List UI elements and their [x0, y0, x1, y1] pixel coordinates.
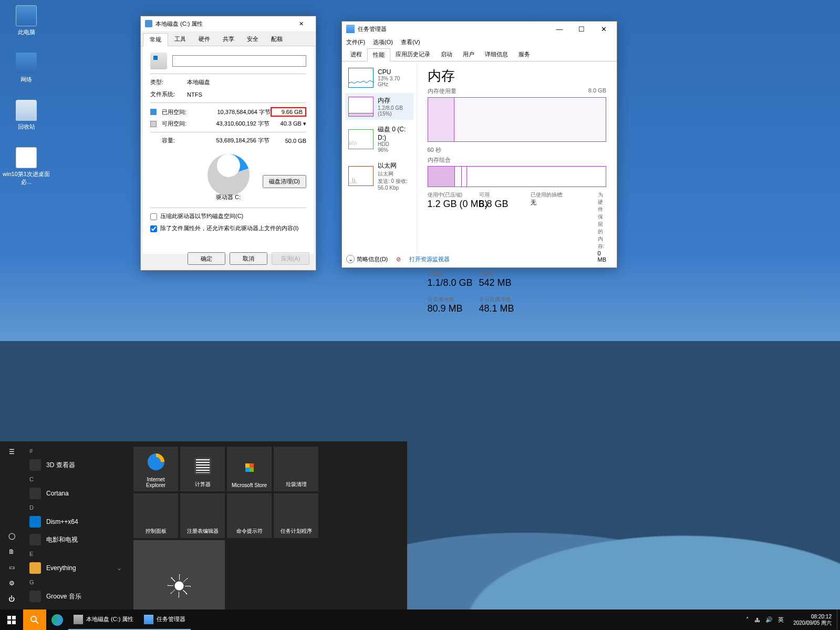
user-icon[interactable]: ◯: [6, 531, 17, 541]
titlebar[interactable]: 任务管理器 — ☐ ✕: [342, 22, 617, 36]
network-tray-icon[interactable]: 🖧: [754, 617, 760, 623]
resource-monitor-link[interactable]: 打开资源监视器: [409, 255, 450, 263]
filesystem-value: NTFS: [187, 91, 202, 98]
desktop-icon-textfile[interactable]: win10第1次进桌面必...: [3, 147, 50, 186]
sidebar-memory[interactable]: 内存1.2/8.0 GB (15%): [345, 93, 413, 120]
app-letter-header[interactable]: C: [23, 474, 128, 484]
taskmgr-icon: [346, 25, 355, 33]
taskbar-clock[interactable]: 08:20:12 2020/09/05 周六: [788, 614, 837, 626]
app-list-item[interactable]: Groove 音乐: [23, 587, 128, 605]
tab-security[interactable]: 安全: [241, 33, 265, 46]
tab-startup[interactable]: 启动: [435, 48, 458, 61]
app-letter-header[interactable]: #: [23, 446, 128, 456]
stat-paged-pool: 80.9 MB: [428, 303, 475, 314]
used-space-color: [150, 109, 157, 115]
start-button[interactable]: [0, 610, 23, 630]
tab-quota[interactable]: 配额: [265, 33, 289, 46]
start-tile[interactable]: 注册表编辑器: [180, 493, 225, 538]
tile-label: 注册表编辑器: [187, 528, 219, 535]
compress-label: 压缩此驱动器以节约磁盘空间(C): [160, 212, 243, 220]
sidebar-cpu[interactable]: CPU13% 3.70 GHz: [345, 65, 413, 91]
show-desktop-button[interactable]: [837, 610, 840, 630]
start-apps-list[interactable]: #3D 查看器CCortanaDDism++x64电影和电视EEverythin…: [23, 441, 128, 610]
app-list-item[interactable]: Everything⌄: [23, 559, 128, 577]
svg-rect-0: [7, 616, 11, 619]
start-tile[interactable]: 垃圾清理: [274, 447, 318, 491]
apply-button[interactable]: 应用(A): [272, 252, 309, 265]
stat-committed: 1.1/8.0 GB: [428, 277, 475, 288]
cancel-button[interactable]: 取消: [230, 252, 267, 265]
tab-details[interactable]: 详细信息: [480, 48, 513, 61]
tray-chevron-icon[interactable]: ˄: [746, 616, 749, 623]
app-letter-header[interactable]: D: [23, 502, 128, 513]
disk-cleanup-button[interactable]: 磁盘清理(D): [263, 175, 306, 188]
tab-hardware[interactable]: 硬件: [192, 33, 216, 46]
power-icon[interactable]: ⏻: [6, 594, 17, 604]
usage-label: 内存使用量: [428, 87, 457, 95]
minimize-button[interactable]: —: [548, 25, 571, 33]
start-tile[interactable]: Internet Explorer: [133, 447, 178, 491]
menu-file[interactable]: 文件(F): [346, 39, 365, 45]
settings-icon[interactable]: ⚙: [6, 578, 17, 588]
tab-processes[interactable]: 进程: [345, 48, 367, 61]
pictures-icon[interactable]: ▭: [6, 562, 17, 573]
search-button[interactable]: [23, 610, 46, 630]
app-letter-header[interactable]: G: [23, 577, 128, 587]
tab-sharing[interactable]: 共享: [216, 33, 241, 46]
tab-tools[interactable]: 工具: [168, 33, 192, 46]
tile-icon: [194, 458, 211, 474]
ime-indicator[interactable]: 英: [778, 616, 784, 624]
desktop-icon-label: 网络: [5, 76, 47, 84]
tab-services[interactable]: 服务: [513, 48, 535, 61]
tab-performance[interactable]: 性能: [367, 48, 390, 61]
sidebar-ethernet[interactable]: 以太网以太网发送: 0 接收: 56.0 Kbp: [345, 158, 413, 194]
documents-icon[interactable]: 🗎: [6, 546, 17, 557]
maximize-button[interactable]: ☐: [571, 25, 593, 33]
start-tile[interactable]: 计算器: [180, 447, 225, 491]
start-tile[interactable]: 命令提示符: [227, 493, 272, 538]
app-list-item[interactable]: Cortana: [23, 484, 128, 502]
stat-in-use: 1.2 GB (0 MB): [428, 199, 475, 210]
volume-tray-icon[interactable]: 🔊: [765, 616, 773, 623]
app-list-item[interactable]: 电影和电视: [23, 531, 128, 549]
compress-checkbox[interactable]: [150, 213, 157, 220]
sidebar-disk[interactable]: 磁盘 0 (C: D:)HDD96%: [345, 122, 413, 156]
tile-icon: [288, 458, 305, 474]
menu-view[interactable]: 查看(V): [401, 39, 420, 45]
app-letter-header[interactable]: E: [23, 549, 128, 559]
start-tile[interactable]: Microsoft Store: [227, 447, 272, 491]
start-tile[interactable]: 任务计划程序: [274, 493, 318, 538]
used-bytes: 10,378,584,064 字节: [199, 108, 271, 116]
system-tray[interactable]: ˄ 🖧 🔊 英: [742, 616, 788, 624]
desktop-icon-recycle-bin[interactable]: 回收站: [5, 100, 47, 131]
app-label: Groove 音乐: [46, 592, 81, 601]
titlebar[interactable]: 本地磁盘 (C:) 属性 ✕: [141, 16, 316, 31]
close-button[interactable]: ✕: [291, 20, 312, 27]
taskbar-edge[interactable]: [46, 610, 68, 630]
tab-general[interactable]: 常规: [143, 33, 168, 46]
stat-nonpaged-pool: 48.1 MB: [479, 303, 526, 314]
ethernet-minigraph: [348, 166, 374, 186]
close-button[interactable]: ✕: [593, 25, 615, 33]
taskbar-item-properties[interactable]: 本地磁盘 (C:) 属性: [68, 610, 139, 630]
chevron-down-icon: ⌄: [117, 564, 122, 572]
edge-icon: [51, 614, 63, 626]
properties-body: 类型: 本地磁盘 文件系统: NTFS 已用空间: 10,378,584,064…: [143, 46, 314, 254]
filesystem-label: 文件系统:: [150, 90, 187, 98]
taskbar-item-taskmgr[interactable]: 任务管理器: [139, 610, 191, 630]
menu-options[interactable]: 选项(O): [373, 39, 393, 45]
fewer-details-link[interactable]: ⌄简略信息(D): [346, 255, 388, 263]
svg-rect-1: [12, 616, 16, 619]
desktop-icon-computer[interactable]: 此电脑: [5, 5, 47, 36]
app-list-item[interactable]: 3D 查看器: [23, 456, 128, 474]
desktop-icon-network[interactable]: 网络: [5, 53, 47, 84]
ok-button[interactable]: 确定: [188, 252, 225, 265]
app-list-item[interactable]: Dism++x64: [23, 513, 128, 531]
tile-icon: [148, 504, 164, 521]
start-tile[interactable]: 控制面板: [133, 493, 178, 538]
hamburger-icon[interactable]: ☰: [6, 447, 17, 457]
tab-app-history[interactable]: 应用历史记录: [390, 48, 435, 61]
index-checkbox[interactable]: [150, 225, 157, 232]
drive-name-input[interactable]: [172, 55, 306, 67]
tab-users[interactable]: 用户: [458, 48, 480, 61]
